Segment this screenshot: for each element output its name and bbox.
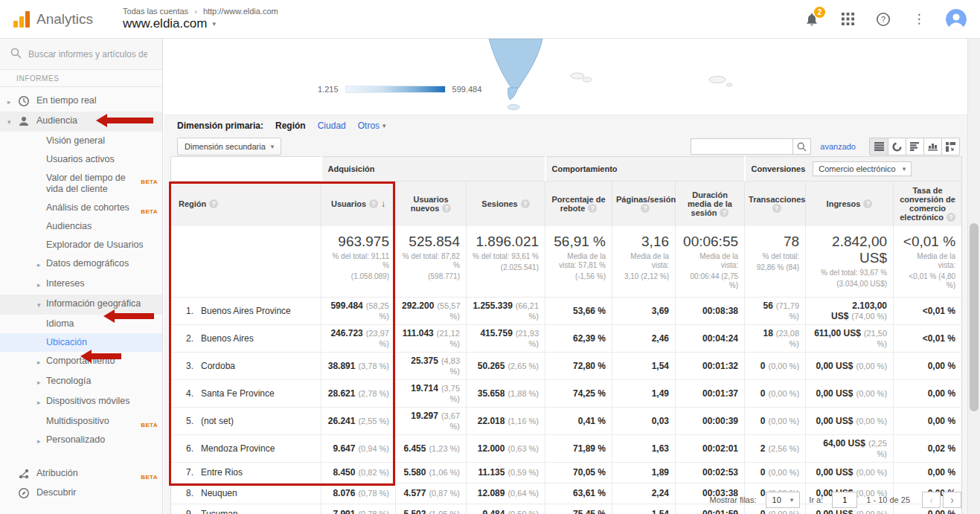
metric-percent: (21,12 %) bbox=[437, 329, 460, 348]
table-search-input[interactable] bbox=[691, 138, 793, 155]
sidebar-item-descubrir[interactable]: Descubrir bbox=[0, 484, 162, 503]
breadcrumb-accounts[interactable]: Todas las cuentas bbox=[123, 7, 188, 16]
table-group-row: AdquisiciónComportamientoConversionesCom… bbox=[171, 157, 962, 181]
metric-cell: 611,00 US$(21,50 %) bbox=[806, 324, 894, 352]
column-header-label: Usuarios bbox=[331, 199, 366, 208]
table-body: 963.975% del total: 91,11 %(1.058.089)52… bbox=[171, 226, 962, 514]
data-table-icon[interactable] bbox=[870, 138, 888, 155]
metric-value: 19.297 bbox=[411, 411, 438, 421]
vertical-scrollbar[interactable] bbox=[967, 39, 980, 514]
help-icon: ? bbox=[720, 208, 728, 217]
column-header-tasa-de-conversion-de-comercio-electronico[interactable]: Tasa de conversión de comercio electróni… bbox=[894, 181, 962, 226]
goto-page-input[interactable] bbox=[832, 492, 857, 508]
column-header-paginas-sesion[interactable]: Páginas/sesión? bbox=[612, 181, 676, 226]
sidebar-item-ubicacion[interactable]: Ubicación bbox=[0, 333, 162, 352]
analytics-logo-icon[interactable] bbox=[13, 11, 30, 28]
secondary-dimension-button[interactable]: Dimensión secundaria ▾ bbox=[177, 138, 281, 155]
region-link[interactable]: Entre Rios bbox=[201, 467, 243, 478]
metric-percent: (0,00 %) bbox=[768, 417, 799, 425]
sidebar-item-label: Audiencias bbox=[46, 221, 158, 232]
metric-cell: 00:00:39 bbox=[676, 407, 745, 434]
dimension-option-ciudad[interactable]: Ciudad bbox=[318, 121, 346, 131]
dimension-option-region[interactable]: Región bbox=[275, 121, 306, 131]
sidebar-item-multidispositivo[interactable]: MultidispositivoBETA bbox=[0, 412, 162, 431]
app-header: Analytics Todas las cuentas › http://www… bbox=[0, 0, 980, 39]
dimension-option-otros[interactable]: Otros ▾ bbox=[358, 121, 386, 131]
metric-value: 0,00 % bbox=[928, 361, 955, 371]
region-cell: 4.Santa Fe Province bbox=[171, 379, 321, 407]
help-icon: ? bbox=[369, 199, 378, 208]
sidebar-item-datos-demograficos[interactable]: ▸Datos demográficos bbox=[0, 254, 162, 274]
metric-value: 25.375 bbox=[411, 356, 438, 366]
advanced-link[interactable]: avanzado bbox=[820, 142, 856, 151]
region-link[interactable]: Buenos Aires Province bbox=[201, 306, 291, 316]
breadcrumb-property[interactable]: http://www.eldia.com bbox=[203, 7, 278, 16]
column-header-usuarios[interactable]: Usuarios?↓ bbox=[321, 181, 396, 226]
region-link[interactable]: Santa Fe Province bbox=[201, 388, 275, 399]
sidebar-item-atribucion[interactable]: AtribuciónBETA bbox=[0, 464, 162, 484]
sidebar-item-valor-del-tiempo-de-vida-del-cliente[interactable]: Valor del tiempo de vida del clienteBETA bbox=[0, 169, 162, 199]
comparison-icon[interactable] bbox=[923, 138, 941, 155]
performance-icon[interactable] bbox=[906, 138, 923, 155]
sidebar-item-tecnologia[interactable]: ▸Tecnología bbox=[0, 372, 162, 392]
header-actions: 2 ? ⋮ bbox=[803, 9, 967, 30]
geo-map[interactable]: 1.215 599.484 bbox=[164, 39, 967, 115]
region-link[interactable]: Mendoza Province bbox=[201, 443, 275, 454]
region-link[interactable]: Cordoba bbox=[201, 361, 235, 371]
metric-value: <0,01 % bbox=[923, 333, 955, 344]
region-link[interactable]: (not set) bbox=[201, 416, 234, 426]
column-header-usuarios-nuevos[interactable]: Usuarios nuevos? bbox=[396, 181, 467, 226]
percentage-icon[interactable] bbox=[888, 138, 906, 155]
sidebar-item-explorador-de-usuarios[interactable]: Explorador de Usuarios bbox=[0, 236, 162, 254]
column-header-ingresos[interactable]: Ingresos? bbox=[806, 181, 894, 226]
sidebar-item-intereses[interactable]: ▸Intereses bbox=[0, 274, 162, 295]
table-row: 7.Entre Rios8.450(0,82 %)5.580(1,06 %)11… bbox=[171, 462, 962, 483]
summary-metric-cell: 963.975% del total: 91,11 %(1.058.089) bbox=[321, 226, 396, 298]
metric-cell: 5.580(1,06 %) bbox=[396, 462, 467, 483]
sidebar-item-en-tiempo-real[interactable]: ▸En tiempo real bbox=[0, 91, 162, 112]
column-header-sesiones[interactable]: Sesiones? bbox=[467, 181, 545, 226]
metric-value: 00:02:01 bbox=[702, 443, 738, 454]
sidebar-item-dispositivos-moviles[interactable]: ▸Dispositivos móviles bbox=[0, 392, 162, 412]
sidebar-item-label: Dispositivos móviles bbox=[46, 396, 158, 407]
sidebar-item-comportamiento[interactable]: ▸Comportamiento bbox=[0, 352, 162, 372]
sidebar-item-personalizado[interactable]: ▸Personalizado bbox=[0, 431, 162, 451]
metric-cell: 1,63 bbox=[612, 434, 676, 462]
sidebar-item-audiencias[interactable]: Audiencias bbox=[0, 217, 162, 236]
help-icon[interactable]: ? bbox=[874, 10, 892, 28]
column-header-transacciones[interactable]: Transacciones? bbox=[745, 181, 806, 226]
metric-value: 12.000 bbox=[478, 443, 505, 454]
map-canvas bbox=[164, 39, 967, 115]
metric-percent: (0,00 %) bbox=[768, 362, 799, 370]
help-icon: ? bbox=[588, 204, 597, 213]
sidebar-item-idioma[interactable]: Idioma bbox=[0, 315, 162, 333]
scrollbar-thumb[interactable] bbox=[970, 223, 979, 411]
account-selector[interactable]: www.eldia.com ▾ bbox=[123, 16, 278, 31]
avatar[interactable] bbox=[946, 9, 967, 30]
overflow-menu-icon[interactable]: ⋮ bbox=[910, 10, 928, 28]
apps-grid-icon[interactable] bbox=[839, 10, 856, 28]
column-header-duracion-media-de-la-sesion[interactable]: Duración media de la sesión? bbox=[676, 181, 745, 226]
pivot-icon[interactable] bbox=[941, 138, 959, 155]
table-search-button[interactable] bbox=[793, 138, 811, 155]
metric-cell: 0,00 % bbox=[894, 379, 962, 407]
notifications-icon[interactable]: 2 bbox=[803, 10, 821, 28]
prev-page-button[interactable]: ‹ bbox=[922, 492, 941, 508]
table-row: 1.Buenos Aires Province599.484(58,25 %)2… bbox=[171, 297, 962, 324]
sidebar-search[interactable] bbox=[0, 39, 162, 70]
next-page-button[interactable]: › bbox=[943, 492, 961, 508]
metric-cell: 71,89 % bbox=[545, 434, 612, 462]
ecommerce-selector[interactable]: Comercio electrónico▾ bbox=[813, 161, 912, 176]
sidebar-item-analisis-de-cohortes[interactable]: Análisis de cohortesBETA bbox=[0, 199, 162, 217]
column-header-region[interactable]: Región? bbox=[171, 181, 321, 226]
sidebar-item-vision-general[interactable]: Visión general bbox=[0, 132, 162, 150]
column-header-porcentaje-de-rebote[interactable]: Porcentaje de rebote? bbox=[545, 181, 612, 226]
sidebar-item-audiencia[interactable]: ▾Audiencia bbox=[0, 112, 162, 132]
summary-value: 963.975 bbox=[327, 234, 389, 250]
sidebar-item-label: Valor del tiempo de vida del cliente bbox=[46, 173, 138, 195]
rows-per-page-select[interactable]: 10 ▾ bbox=[766, 492, 801, 508]
search-input[interactable] bbox=[28, 49, 147, 60]
sidebar-item-informacion-geografica[interactable]: ▾Información geográfica bbox=[0, 295, 162, 315]
sidebar-item-usuarios-activos[interactable]: Usuarios activos bbox=[0, 150, 162, 169]
region-link[interactable]: Buenos Aires bbox=[201, 333, 254, 344]
